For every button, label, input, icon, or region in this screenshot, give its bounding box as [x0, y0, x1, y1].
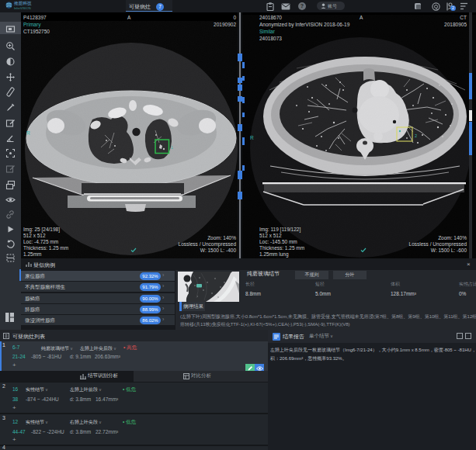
svg-text:1: 1 — [171, 145, 173, 150]
